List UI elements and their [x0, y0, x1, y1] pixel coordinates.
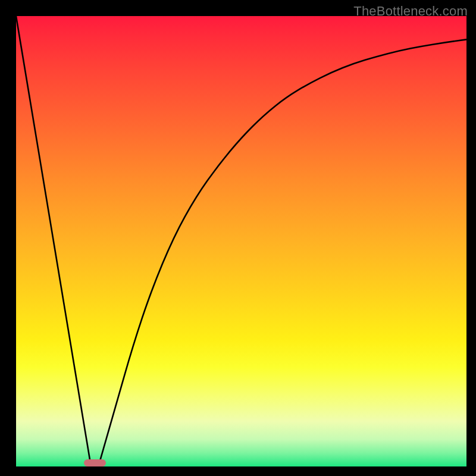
curve-left-descent: [16, 16, 90, 463]
curve-right-ascent: [99, 39, 466, 463]
bottleneck-marker: [84, 459, 105, 466]
plot-area: [16, 16, 466, 466]
chart-frame: TheBottleneck.com: [0, 0, 476, 476]
curve-layer: [16, 16, 466, 466]
